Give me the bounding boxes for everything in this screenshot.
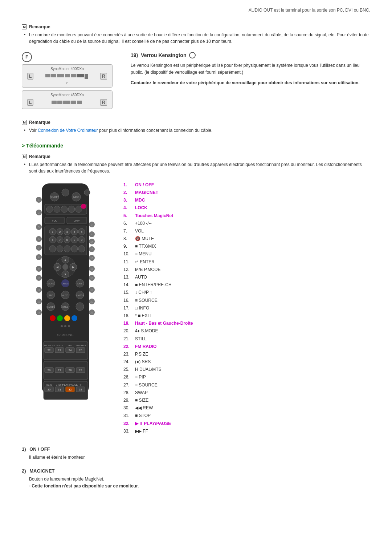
svg-text:6: 6 <box>38 238 40 240</box>
svg-text:MENU: MENU <box>48 283 54 285</box>
remarque-icon-3: M <box>22 154 27 159</box>
svg-text:STILL: STILL <box>62 306 69 308</box>
svg-text:31: 31 <box>58 388 61 391</box>
port-l-460: L <box>27 99 33 106</box>
svg-text:MDC: MDC <box>73 196 79 198</box>
port-r-400: R <box>100 73 107 80</box>
remarque-icon-1: M <box>22 24 27 29</box>
kensington-title: 19) Verrou Kensington <box>131 52 370 58</box>
svg-point-115 <box>64 315 70 321</box>
remote-list-item: 27.≡ SOURCE <box>123 382 370 389</box>
svg-text:17: 17 <box>90 268 93 270</box>
port7-400 <box>85 74 88 79</box>
svg-point-113 <box>50 315 56 321</box>
remote-list-item: 5.Touches MagicNet <box>123 212 370 219</box>
remote-list-item: 8.🔇 MUTE <box>123 235 370 242</box>
remarque-block-3: M Remarque LLes performances de la téléc… <box>22 154 370 174</box>
monitor-ports-400: L R <box>26 72 109 80</box>
remote-image: 1 2 5 6 7 8 9 10 11 12 13 3 4 <box>22 182 109 436</box>
remote-list-item: 3.MDC <box>123 197 370 204</box>
svg-point-50 <box>46 206 53 212</box>
svg-text:AUTO: AUTO <box>62 294 69 296</box>
svg-text:12: 12 <box>37 300 40 303</box>
svg-text:SRC: SRC <box>49 294 53 296</box>
svg-text:14: 14 <box>90 240 93 243</box>
remote-list-item: 23.P.SIZE <box>123 351 370 358</box>
svg-text:4: 4 <box>91 233 93 236</box>
svg-text:CH/P: CH/P <box>74 219 80 222</box>
remote-list-item: 10.≡ MENU <box>123 251 370 258</box>
monitor-label-460: SyncMaster 460DXn <box>26 93 109 97</box>
svg-point-45 <box>62 189 69 196</box>
monitor-kensington-section: F SyncMaster 400DXn L <box>22 52 370 109</box>
remote-list-item: 15.↓ CH/P ↑ <box>123 289 370 296</box>
svg-text:33: 33 <box>79 388 82 391</box>
remote-list-item: 2.MAGICNET <box>123 189 370 196</box>
remote-list-item: 16.≡ SOURCE <box>123 297 370 304</box>
remarque3-bullet: LLes performances de la télécommande peu… <box>22 161 370 174</box>
svg-text:3: 3 <box>66 230 68 234</box>
remote-list-item: 30.◀◀ REW <box>123 405 370 412</box>
port5-460 <box>77 101 82 104</box>
bottom-item-text-2: Bouton de lancement rapide MagicNet. - C… <box>22 476 370 490</box>
monitor-unit-400: SyncMaster 400DXn L R <box>22 64 113 88</box>
svg-text:8: 8 <box>38 256 40 259</box>
svg-text:7: 7 <box>59 238 61 242</box>
monitor-label-400: SyncMaster 400DXn <box>26 67 109 71</box>
svg-point-95 <box>62 264 68 270</box>
remote-list-item: 14.■ ENTER/PRE-CH <box>123 281 370 288</box>
svg-text:10: 10 <box>37 277 40 279</box>
svg-text:30: 30 <box>48 388 51 391</box>
remarque-label-3: M Remarque <box>22 154 370 159</box>
remote-list-item: 24.(●) SRS <box>123 358 370 365</box>
svg-text:26: 26 <box>48 369 51 372</box>
cable-connection-link[interactable]: Connexion de Votre Ordinateur <box>38 128 98 133</box>
svg-point-85 <box>78 246 85 252</box>
svg-text:▼: ▼ <box>64 273 67 276</box>
port-l-400: L <box>27 73 33 80</box>
svg-text:25: 25 <box>79 349 82 352</box>
svg-text:ON/OFF: ON/OFF <box>50 196 59 198</box>
monitor-460: SyncMaster 460DXn L R <box>22 90 120 109</box>
telecommande-title: Télécommande <box>22 143 370 149</box>
svg-point-119 <box>68 325 70 327</box>
remote-svg: 1 2 5 6 7 8 9 10 11 12 13 3 4 <box>31 182 100 407</box>
svg-text:2: 2 <box>38 211 40 214</box>
svg-text:REW: REW <box>46 384 52 386</box>
remote-list-item: 25.H DUAL/MTS <box>123 366 370 373</box>
port6-400 <box>77 74 84 77</box>
monitor-wrapper: SyncMaster 400DXn L R <box>22 64 120 109</box>
remote-list-item: 22.FM RADIO <box>123 343 370 350</box>
remote-list-item: 19.Haut - Bas et Gauche-Droite <box>123 320 370 327</box>
remote-list-item: 33.▶▶ FF <box>123 428 370 435</box>
svg-text:0: 0 <box>81 238 83 242</box>
port1-460 <box>52 101 57 104</box>
svg-text:▶: ▶ <box>72 266 75 269</box>
f-label: F <box>22 52 32 62</box>
monitor-ports-460: L R <box>26 98 109 106</box>
svg-text:ENTER: ENTER <box>62 283 69 285</box>
svg-point-81 <box>49 246 56 252</box>
bottom-section: 1) ON / OFF Il allume et éteint le monit… <box>22 446 370 490</box>
port1-400 <box>45 74 50 77</box>
svg-point-114 <box>57 315 63 321</box>
remarque2-bullet: Voir Connexion de Votre Ordinateur pour … <box>22 127 370 134</box>
svg-text:19: 19 <box>90 289 93 291</box>
svg-text:27: 27 <box>58 369 61 372</box>
svg-text:2: 2 <box>59 230 61 234</box>
remote-list-item: 12.M/B P.MODE <box>123 266 370 273</box>
svg-text:EXIT: EXIT <box>77 283 82 285</box>
svg-text:1: 1 <box>52 230 54 234</box>
kensington-text2: Contactez le revendeur de votre périphér… <box>131 80 370 86</box>
port2-400 <box>51 74 56 77</box>
svg-text:16: 16 <box>90 257 93 259</box>
svg-point-82 <box>57 246 63 252</box>
svg-text:15: 15 <box>90 248 93 251</box>
header-note: AUDIO OUT est le terminal pour la sortie… <box>22 7 370 13</box>
svg-point-55 <box>81 204 86 209</box>
svg-text:5: 5 <box>81 230 83 234</box>
remote-list-item: 20.4♦ S.MODE <box>123 328 370 335</box>
bottom-item-title-1: 1) ON / OFF <box>22 446 370 452</box>
svg-text:6: 6 <box>52 238 54 242</box>
svg-text:11: 11 <box>37 289 40 291</box>
